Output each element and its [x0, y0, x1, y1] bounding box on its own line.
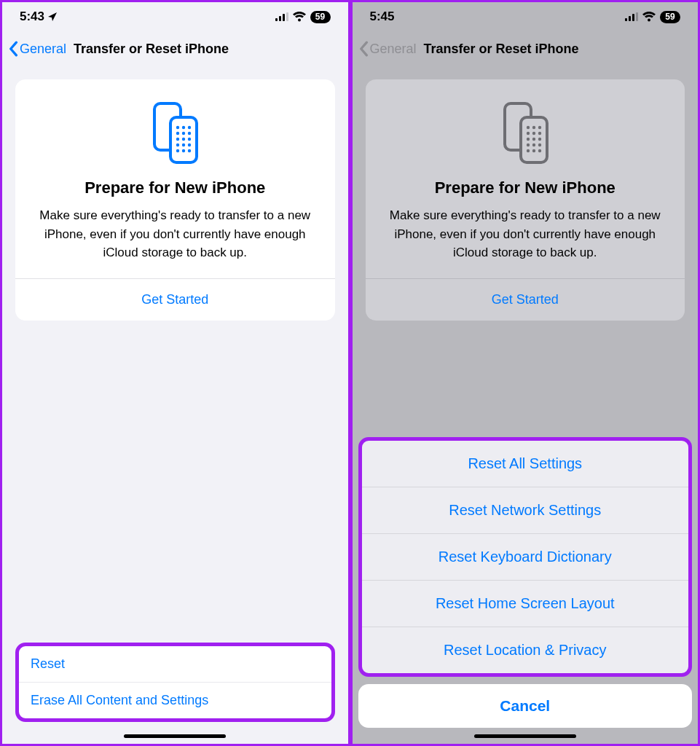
nav-title: Transfer or Reset iPhone	[424, 42, 579, 57]
home-indicator[interactable]	[474, 734, 576, 738]
svg-point-33	[527, 138, 530, 141]
status-time: 5:43	[20, 9, 44, 24]
svg-point-15	[176, 144, 179, 146]
card-title: Prepare for New iPhone	[27, 178, 323, 197]
svg-point-31	[532, 132, 535, 135]
battery-level: 59	[660, 11, 680, 23]
svg-point-36	[527, 144, 530, 146]
svg-point-41	[538, 149, 541, 152]
screenshot-left: 5:43 59 General Transfer or Reset iPhone	[0, 0, 350, 746]
back-button[interactable]: General	[8, 41, 66, 57]
nav-title: Transfer or Reset iPhone	[74, 42, 229, 57]
phones-transfer-icon	[146, 100, 204, 165]
svg-point-34	[532, 138, 535, 141]
svg-point-38	[538, 144, 541, 146]
card-description: Make sure everything's ready to transfer…	[377, 206, 674, 278]
action-sheet-container: Reset All Settings Reset Network Setting…	[358, 437, 693, 728]
get-started-button[interactable]: Get Started	[377, 279, 674, 321]
reset-all-settings-button[interactable]: Reset All Settings	[362, 441, 689, 487]
svg-point-11	[188, 132, 191, 135]
svg-rect-2	[283, 14, 285, 21]
reset-keyboard-dictionary-button[interactable]: Reset Keyboard Dictionary	[362, 534, 689, 580]
reset-location-privacy-button[interactable]: Reset Location & Privacy	[362, 627, 689, 673]
cellular-icon	[625, 12, 638, 22]
svg-rect-21	[625, 18, 627, 21]
svg-point-8	[188, 126, 191, 129]
get-started-button[interactable]: Get Started	[27, 279, 323, 321]
screenshot-right: 5:45 59 General Transfer or Reset iPhone	[350, 0, 701, 746]
svg-point-7	[182, 126, 185, 129]
svg-point-10	[182, 132, 185, 135]
svg-point-12	[176, 138, 179, 141]
back-label: General	[20, 42, 66, 57]
svg-point-39	[527, 149, 530, 152]
back-button[interactable]: General	[358, 41, 417, 57]
cancel-button[interactable]: Cancel	[358, 684, 693, 728]
nav-bar: General Transfer or Reset iPhone	[353, 31, 699, 66]
svg-point-16	[182, 144, 185, 146]
wifi-icon	[293, 12, 306, 22]
chevron-left-icon	[8, 41, 18, 57]
reset-button[interactable]: Reset	[19, 646, 331, 682]
svg-point-20	[188, 149, 191, 152]
svg-rect-0	[275, 18, 278, 21]
status-bar: 5:43 59	[2, 2, 348, 31]
reset-home-screen-layout-button[interactable]: Reset Home Screen Layout	[362, 581, 689, 627]
location-icon	[47, 12, 58, 22]
prepare-card: Prepare for New iPhone Make sure everyth…	[366, 79, 685, 321]
svg-point-40	[532, 149, 535, 152]
erase-all-button[interactable]: Erase All Content and Settings	[19, 683, 331, 718]
card-title: Prepare for New iPhone	[377, 178, 674, 197]
svg-point-27	[527, 126, 530, 129]
wifi-icon	[642, 12, 656, 22]
svg-point-13	[182, 138, 185, 141]
svg-point-28	[532, 126, 535, 129]
svg-point-32	[538, 132, 541, 135]
svg-point-14	[188, 138, 191, 141]
status-time: 5:45	[370, 9, 395, 24]
card-description: Make sure everything's ready to transfer…	[27, 206, 323, 278]
svg-point-19	[182, 149, 185, 152]
svg-point-30	[527, 132, 530, 135]
svg-point-37	[532, 144, 535, 146]
svg-point-29	[538, 126, 541, 129]
svg-point-35	[538, 138, 541, 141]
reset-action-sheet: Reset All Settings Reset Network Setting…	[358, 437, 693, 677]
svg-point-6	[176, 126, 179, 129]
reset-network-settings-button[interactable]: Reset Network Settings	[362, 487, 689, 533]
svg-rect-24	[636, 12, 638, 21]
nav-bar: General Transfer or Reset iPhone	[2, 31, 348, 66]
svg-point-9	[176, 132, 179, 135]
svg-rect-23	[632, 14, 634, 21]
svg-rect-22	[629, 16, 631, 21]
prepare-card: Prepare for New iPhone Make sure everyth…	[15, 79, 335, 321]
battery-level: 59	[310, 11, 331, 23]
phones-transfer-icon	[496, 100, 554, 165]
reset-options-list: Reset Erase All Content and Settings	[15, 643, 335, 722]
chevron-left-icon	[358, 41, 369, 57]
back-label: General	[370, 42, 417, 57]
svg-point-18	[176, 149, 179, 152]
home-indicator[interactable]	[124, 734, 226, 738]
cellular-icon	[275, 12, 288, 22]
status-bar: 5:45 59	[353, 2, 699, 31]
svg-point-17	[188, 144, 191, 146]
svg-rect-1	[279, 16, 281, 21]
svg-rect-3	[286, 12, 288, 21]
